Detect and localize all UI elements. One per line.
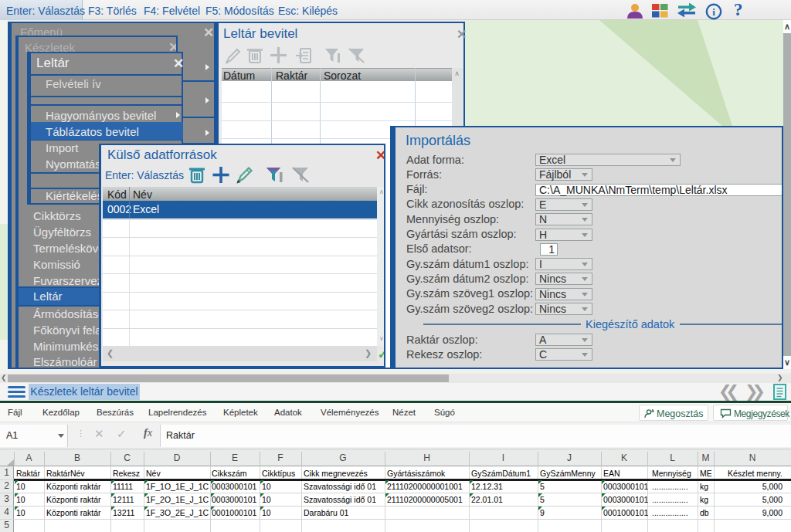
svg-text:i: i <box>712 6 715 18</box>
